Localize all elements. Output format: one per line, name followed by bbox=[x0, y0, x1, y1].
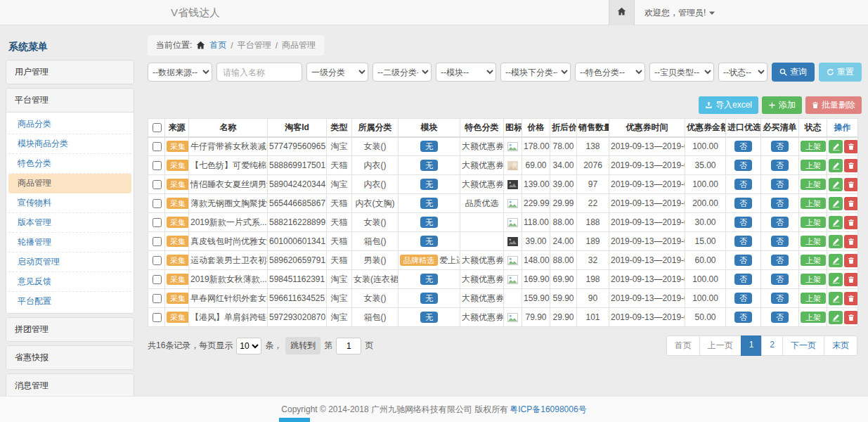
product-image-icon[interactable] bbox=[507, 198, 518, 208]
must-buy-toggle[interactable]: 否 bbox=[771, 217, 789, 228]
sidebar-item[interactable]: 商品管理 bbox=[8, 174, 131, 193]
must-buy-toggle[interactable]: 否 bbox=[771, 236, 789, 247]
delete-button[interactable] bbox=[844, 311, 858, 324]
filter-select-1[interactable]: 一级分类 bbox=[306, 63, 368, 82]
edit-button[interactable] bbox=[829, 197, 843, 210]
reset-button[interactable]: 重置 bbox=[819, 63, 862, 82]
per-page-select[interactable]: 10 bbox=[236, 338, 261, 354]
must-buy-toggle[interactable]: 否 bbox=[771, 255, 789, 266]
product-image-icon[interactable] bbox=[507, 179, 518, 189]
filter-select-3[interactable]: --模块-- bbox=[436, 63, 496, 82]
product-image-icon[interactable] bbox=[507, 160, 518, 170]
page-button-2[interactable]: 2 bbox=[761, 335, 783, 356]
filter-select-7[interactable]: --状态-- bbox=[718, 63, 767, 82]
row-checkbox[interactable] bbox=[153, 275, 162, 284]
query-button[interactable]: 查询 bbox=[772, 63, 815, 82]
row-checkbox[interactable] bbox=[153, 256, 162, 265]
status-button[interactable]: 上架 bbox=[801, 236, 826, 247]
status-button[interactable]: 上架 bbox=[801, 198, 826, 209]
page-button-1[interactable]: 1 bbox=[741, 335, 763, 356]
edit-button[interactable] bbox=[829, 178, 843, 191]
status-button[interactable]: 上架 bbox=[801, 217, 826, 228]
delete-button[interactable] bbox=[844, 235, 858, 248]
sidebar-group-heading[interactable]: 平台管理 bbox=[6, 89, 134, 112]
delete-button[interactable] bbox=[844, 178, 858, 191]
page-button-首页[interactable]: 首页 bbox=[666, 335, 700, 356]
delete-button[interactable] bbox=[844, 140, 858, 153]
row-checkbox[interactable] bbox=[153, 161, 162, 170]
delete-button[interactable] bbox=[844, 159, 858, 172]
sidebar-group-heading[interactable]: 用户管理 bbox=[6, 60, 134, 84]
page-button-上一页[interactable]: 上一页 bbox=[699, 335, 741, 356]
page-button-末页[interactable]: 末页 bbox=[824, 335, 857, 356]
edit-button[interactable] bbox=[829, 216, 843, 229]
sidebar-item[interactable]: 平台配置 bbox=[8, 292, 131, 311]
row-checkbox[interactable] bbox=[153, 180, 162, 189]
import-excel-button[interactable]: 导入excel bbox=[699, 96, 758, 114]
filter-select-6[interactable]: --宝贝类型-- bbox=[649, 63, 714, 82]
edit-button[interactable] bbox=[829, 311, 843, 324]
import-select-toggle[interactable]: 否 bbox=[734, 255, 752, 266]
sidebar-item[interactable]: 商品分类 bbox=[8, 115, 131, 134]
sidebar-group-heading[interactable]: 拼团管理 bbox=[6, 318, 134, 341]
filter-select-2[interactable]: --二级分类-- bbox=[373, 63, 432, 82]
sidebar-group-heading[interactable]: 省惠快报 bbox=[6, 346, 134, 369]
sidebar-group-heading[interactable]: 消息管理 bbox=[6, 374, 134, 396]
filter-select-5[interactable]: --特色分类-- bbox=[575, 63, 645, 82]
page-number-input[interactable] bbox=[336, 338, 361, 354]
home-button[interactable] bbox=[609, 0, 635, 25]
row-checkbox[interactable] bbox=[153, 237, 162, 246]
user-menu[interactable]: 欢迎您，管理员! bbox=[644, 7, 715, 19]
sidebar-item[interactable]: 意见反馈 bbox=[8, 272, 131, 292]
import-select-toggle[interactable]: 否 bbox=[734, 312, 752, 323]
must-buy-toggle[interactable]: 否 bbox=[771, 160, 789, 171]
status-button[interactable]: 上架 bbox=[801, 179, 826, 190]
add-button[interactable]: 添加 bbox=[762, 96, 802, 114]
row-checkbox[interactable] bbox=[153, 294, 162, 303]
delete-button[interactable] bbox=[844, 216, 858, 229]
delete-button[interactable] bbox=[844, 292, 858, 305]
sidebar-item[interactable]: 特色分类 bbox=[8, 154, 131, 174]
import-select-toggle[interactable]: 否 bbox=[734, 160, 752, 171]
must-buy-toggle[interactable]: 否 bbox=[771, 141, 789, 152]
import-select-toggle[interactable]: 否 bbox=[734, 141, 752, 152]
product-image-icon[interactable] bbox=[507, 255, 518, 265]
page-button-下一页[interactable]: 下一页 bbox=[782, 335, 824, 356]
import-select-toggle[interactable]: 否 bbox=[734, 274, 752, 285]
product-image-icon[interactable] bbox=[507, 236, 518, 246]
name-search-input[interactable] bbox=[216, 63, 302, 82]
import-select-toggle[interactable]: 否 bbox=[734, 179, 752, 190]
delete-button[interactable] bbox=[844, 273, 858, 286]
row-checkbox[interactable] bbox=[153, 142, 162, 151]
sidebar-item[interactable]: 宣传物料 bbox=[8, 193, 131, 213]
jump-button[interactable]: 跳转到 bbox=[285, 337, 320, 354]
row-checkbox[interactable] bbox=[153, 199, 162, 208]
row-checkbox[interactable] bbox=[153, 313, 162, 322]
must-buy-toggle[interactable]: 否 bbox=[771, 179, 789, 190]
edit-button[interactable] bbox=[829, 273, 843, 286]
must-buy-toggle[interactable]: 否 bbox=[771, 274, 789, 285]
product-image-icon[interactable] bbox=[507, 217, 518, 227]
import-select-toggle[interactable]: 否 bbox=[734, 293, 752, 304]
icp-link[interactable]: 粤ICP备16098006号 bbox=[510, 404, 586, 416]
status-button[interactable]: 上架 bbox=[801, 312, 826, 323]
status-button[interactable]: 上架 bbox=[801, 293, 826, 304]
sidebar-item[interactable]: 版本管理 bbox=[8, 213, 131, 233]
status-button[interactable]: 上架 bbox=[801, 141, 826, 152]
sidebar-item[interactable]: 启动页管理 bbox=[8, 252, 131, 272]
product-image-icon[interactable] bbox=[507, 274, 518, 284]
edit-button[interactable] bbox=[829, 159, 843, 172]
edit-button[interactable] bbox=[829, 140, 843, 153]
row-checkbox[interactable] bbox=[153, 218, 162, 227]
filter-select-4[interactable]: --模块下分类-- bbox=[500, 63, 571, 82]
product-image-icon[interactable] bbox=[507, 141, 518, 151]
product-image-icon[interactable] bbox=[507, 312, 518, 322]
breadcrumb-home-link[interactable]: 首页 bbox=[209, 39, 226, 51]
edit-button[interactable] bbox=[829, 235, 843, 248]
sidebar-item[interactable]: 轮播管理 bbox=[8, 233, 131, 252]
must-buy-toggle[interactable]: 否 bbox=[771, 198, 789, 209]
must-buy-toggle[interactable]: 否 bbox=[771, 312, 789, 323]
batch-delete-button[interactable]: 批量删除 bbox=[805, 96, 862, 114]
must-buy-toggle[interactable]: 否 bbox=[771, 293, 789, 304]
filter-select-0[interactable]: --数据来源-- bbox=[148, 63, 212, 82]
